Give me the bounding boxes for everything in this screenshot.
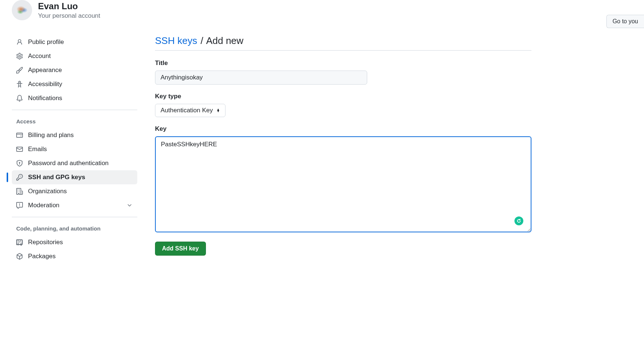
- sidebar-item-label: Repositories: [28, 239, 63, 246]
- header-text: Evan Luo Your personal account: [38, 1, 100, 20]
- chevron-down-icon: [126, 202, 133, 209]
- account-subtitle: Your personal account: [38, 12, 100, 20]
- divider: [12, 217, 137, 217]
- sidebar-item-label: Password and authentication: [28, 160, 109, 167]
- sidebar-item-organizations[interactable]: Organizations: [12, 184, 137, 198]
- sidebar-item-label: Packages: [28, 253, 56, 260]
- sidebar-item-label: Emails: [28, 146, 47, 153]
- section-header-code: Code, planning, and automation: [12, 222, 137, 235]
- title-input[interactable]: [155, 71, 367, 85]
- sidebar-item-billing[interactable]: Billing and plans: [12, 128, 137, 142]
- sidebar-item-password[interactable]: Password and authentication: [12, 156, 137, 170]
- gear-icon: [16, 53, 23, 59]
- breadcrumb: SSH keys / Add new: [155, 35, 531, 51]
- keytype-value: Authentication Key: [161, 107, 213, 114]
- keytype-select[interactable]: Authentication Key ▲▼: [155, 104, 225, 117]
- sidebar-item-packages[interactable]: Packages: [12, 249, 137, 263]
- select-arrows-icon: ▲▼: [217, 109, 220, 112]
- sidebar-item-notifications[interactable]: Notifications: [12, 91, 137, 105]
- accessibility-icon: [16, 81, 23, 88]
- go-to-profile-label: Go to you: [613, 18, 638, 24]
- add-ssh-key-button[interactable]: Add SSH key: [155, 242, 206, 256]
- creditcard-icon: [16, 132, 23, 139]
- settings-sidebar: Public profile Account Appearance Access…: [12, 35, 137, 263]
- breadcrumb-parent[interactable]: SSH keys: [155, 35, 197, 46]
- grammarly-icon[interactable]: [514, 216, 523, 225]
- title-label: Title: [155, 59, 531, 67]
- breadcrumb-separator: /: [200, 35, 203, 46]
- sidebar-item-repositories[interactable]: Repositories: [12, 235, 137, 249]
- sidebar-item-label: Moderation: [28, 202, 59, 209]
- sidebar-item-label: Billing and plans: [28, 132, 74, 139]
- keytype-label: Key type: [155, 93, 531, 100]
- mail-icon: [16, 146, 23, 153]
- avatar[interactable]: [12, 0, 32, 20]
- submit-label: Add SSH key: [162, 245, 199, 252]
- paintbrush-icon: [16, 67, 23, 74]
- sidebar-item-appearance[interactable]: Appearance: [12, 63, 137, 77]
- report-icon: [16, 202, 23, 209]
- sidebar-item-label: Public profile: [28, 38, 64, 46]
- go-to-profile-button[interactable]: Go to you: [606, 15, 644, 28]
- person-icon: [16, 39, 23, 45]
- shieldlock-icon: [16, 160, 23, 167]
- sidebar-item-emails[interactable]: Emails: [12, 142, 137, 156]
- key-label: Key: [155, 125, 531, 133]
- sidebar-item-label: Organizations: [28, 188, 67, 195]
- main-content: SSH keys / Add new Title Key type Authen…: [155, 35, 531, 263]
- sidebar-item-public-profile[interactable]: Public profile: [12, 35, 137, 49]
- sidebar-item-label: SSH and GPG keys: [28, 174, 85, 181]
- sidebar-item-moderation[interactable]: Moderation: [12, 198, 137, 212]
- organization-icon: [16, 188, 23, 195]
- breadcrumb-current: Add new: [206, 35, 243, 46]
- sidebar-item-label: Notifications: [28, 95, 62, 102]
- bell-icon: [16, 95, 23, 102]
- sidebar-item-ssh-keys[interactable]: SSH and GPG keys: [12, 170, 137, 184]
- sidebar-item-label: Appearance: [28, 66, 62, 74]
- user-name: Evan Luo: [38, 1, 100, 11]
- sidebar-item-label: Account: [28, 52, 51, 60]
- key-textarea[interactable]: [155, 136, 531, 232]
- divider: [12, 110, 137, 110]
- repo-icon: [16, 239, 23, 246]
- key-icon: [16, 174, 23, 181]
- sidebar-item-accessibility[interactable]: Accessibility: [12, 77, 137, 91]
- section-header-access: Access: [12, 115, 137, 128]
- sidebar-item-label: Accessibility: [28, 81, 62, 88]
- package-icon: [16, 253, 23, 260]
- sidebar-item-account[interactable]: Account: [12, 49, 137, 63]
